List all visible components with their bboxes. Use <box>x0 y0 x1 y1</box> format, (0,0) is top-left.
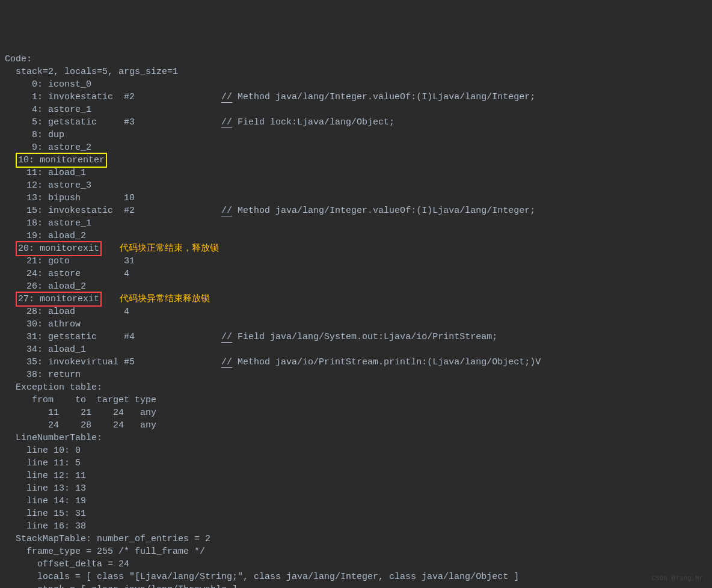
line-number-row: line 16: 38 <box>5 520 707 533</box>
line-number-row: line 11: 5 <box>5 457 707 470</box>
bytecode-instruction: 21: goto 31 <box>5 255 707 268</box>
bytecode-instruction: 9: astore_2 <box>5 141 707 154</box>
exception-table-header: from to target type <box>5 394 707 406</box>
stack-map-row: stack = [ class java/lang/Throwable ] <box>5 583 707 588</box>
stack-info: stack=2, locals=5, args_size=1 <box>5 66 707 78</box>
bytecode-instruction: 24: astore 4 <box>5 268 707 280</box>
line-number-row: line 13: 13 <box>5 482 707 495</box>
monitorenter-highlight: 10: monitorenter <box>16 153 107 168</box>
bytecode-instruction: 34: aload_1 <box>5 343 707 356</box>
bytecode-instruction: 10: monitorenter <box>5 154 707 167</box>
bytecode-instruction: 4: astore_1 <box>5 103 707 116</box>
monitorexit-highlight: 20: monitorexit <box>16 241 102 256</box>
exception-table-row: 11 21 24 any <box>5 406 707 419</box>
bytecode-instruction: 20: monitorexit代码块正常结束，释放锁 <box>5 242 707 255</box>
bytecode-instruction: 38: return <box>5 369 707 381</box>
bytecode-instruction: 19: aload_2 <box>5 230 707 242</box>
line-number-row: line 14: 19 <box>5 495 707 507</box>
bytecode-instruction: 12: astore_3 <box>5 179 707 192</box>
bytecode-instruction: 26: aload_2 <box>5 280 707 293</box>
code-label: Code: <box>5 53 707 66</box>
monitorexit-highlight: 27: monitorexit <box>16 292 102 307</box>
stack-map-row: locals = [ class "[Ljava/lang/String;", … <box>5 571 707 583</box>
bytecode-instruction: 18: astore_1 <box>5 217 707 230</box>
bytecode-instruction: 5: getstatic #3 // Field lock:Ljava/lang… <box>5 116 707 129</box>
comment-slash: // <box>221 332 232 343</box>
bytecode-instruction: 8: dup <box>5 129 707 141</box>
bytecode-instruction: 35: invokevirtual #5 // Method java/io/P… <box>5 356 707 369</box>
line-number-row: line 10: 0 <box>5 444 707 457</box>
bytecode-instruction: 15: invokestatic #2 // Method java/lang/… <box>5 204 707 217</box>
line-number-row: line 15: 31 <box>5 507 707 520</box>
exception-table-title: Exception table: <box>5 381 707 394</box>
watermark-text: CSDN @Tang.Mr. <box>652 574 707 583</box>
bytecode-instruction: 11: aload_1 <box>5 167 707 179</box>
bytecode-instruction: 30: athrow <box>5 318 707 331</box>
bytecode-instruction: 1: invokestatic #2 // Method java/lang/I… <box>5 91 707 103</box>
bytecode-instruction: 0: iconst_0 <box>5 78 707 91</box>
bytecode-instruction: 28: aload 4 <box>5 305 707 318</box>
stack-map-row: offset_delta = 24 <box>5 558 707 571</box>
bytecode-instruction: 31: getstatic #4 // Field java/lang/Syst… <box>5 331 707 343</box>
stack-map-table-title: StackMapTable: number_of_entries = 2 <box>5 533 707 545</box>
comment-slash: // <box>221 357 232 368</box>
line-number-table-title: LineNumberTable: <box>5 432 707 444</box>
exception-table-row: 24 28 24 any <box>5 419 707 432</box>
bytecode-instruction: 27: monitorexit代码块异常结束释放锁 <box>5 293 707 305</box>
stack-map-row: frame_type = 255 /* full_frame */ <box>5 545 707 558</box>
bytecode-instruction: 13: bipush 10 <box>5 192 707 204</box>
comment-slash: // <box>221 92 232 103</box>
annotation-text: 代码块异常结束释放锁 <box>120 294 210 304</box>
line-number-row: line 12: 11 <box>5 470 707 482</box>
comment-slash: // <box>221 206 232 216</box>
annotation-text: 代码块正常结束，释放锁 <box>120 243 219 254</box>
comment-slash: // <box>221 117 232 128</box>
